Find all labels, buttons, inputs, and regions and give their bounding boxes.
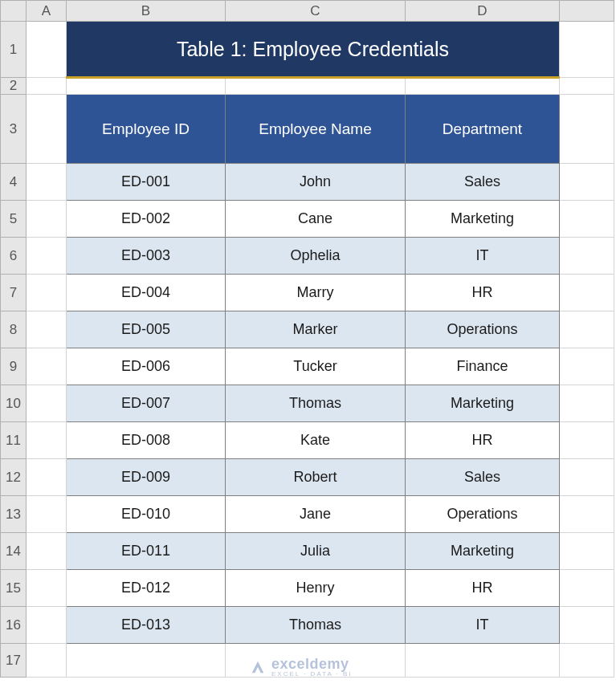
cell-A13[interactable] [27,496,67,533]
table-row[interactable]: HR [406,570,560,607]
table-row[interactable]: Thomas [226,607,406,644]
table-row[interactable]: Marker [226,311,406,348]
cell-E2[interactable] [560,78,614,95]
cell-E12[interactable] [560,459,614,496]
table-row[interactable]: ED-005 [67,311,226,348]
cell-A6[interactable] [27,238,67,275]
table-row[interactable]: Julia [226,533,406,570]
table-row[interactable]: ED-012 [67,570,226,607]
cell-E5[interactable] [560,201,614,238]
cell-A11[interactable] [27,422,67,459]
table-row[interactable]: IT [406,238,560,275]
table-row[interactable]: ED-007 [67,385,226,422]
table-row[interactable]: Marketing [406,385,560,422]
cell-A1[interactable] [27,22,67,78]
col-header-C[interactable]: C [226,1,406,22]
table-row[interactable]: Ophelia [226,238,406,275]
cell-D2[interactable] [406,78,560,95]
header-employee-name[interactable]: Employee Name [226,95,406,164]
row-header-12[interactable]: 12 [1,459,27,496]
row-header-13[interactable]: 13 [1,496,27,533]
cell-E6[interactable] [560,238,614,275]
table-row[interactable]: ED-001 [67,164,226,201]
cell-E4[interactable] [560,164,614,201]
row-header-2[interactable]: 2 [1,78,27,95]
table-row[interactable]: IT [406,607,560,644]
cell-A17[interactable] [27,644,67,678]
cell-A14[interactable] [27,533,67,570]
table-row[interactable]: Robert [226,459,406,496]
row-header-15[interactable]: 15 [1,570,27,607]
cell-C2[interactable] [226,78,406,95]
table-row[interactable]: Jane [226,496,406,533]
cell-A15[interactable] [27,570,67,607]
cell-E3[interactable] [560,95,614,164]
row-header-11[interactable]: 11 [1,422,27,459]
table-row[interactable]: Cane [226,201,406,238]
cell-A12[interactable] [27,459,67,496]
cell-E13[interactable] [560,496,614,533]
cell-A2[interactable] [27,78,67,95]
row-header-9[interactable]: 9 [1,348,27,385]
cell-A3[interactable] [27,95,67,164]
header-department[interactable]: Department [406,95,560,164]
row-header-8[interactable]: 8 [1,311,27,348]
row-header-3[interactable]: 3 [1,95,27,164]
cell-E17[interactable] [560,644,614,678]
row-header-6[interactable]: 6 [1,238,27,275]
table-row[interactable]: Tucker [226,348,406,385]
cell-D17[interactable] [406,644,560,678]
table-row[interactable]: ED-013 [67,607,226,644]
cell-A16[interactable] [27,607,67,644]
cell-E15[interactable] [560,570,614,607]
row-header-14[interactable]: 14 [1,533,27,570]
table-row[interactable]: Marketing [406,201,560,238]
cell-E9[interactable] [560,348,614,385]
col-header-A[interactable]: A [27,1,67,22]
table-row[interactable]: Operations [406,496,560,533]
row-header-4[interactable]: 4 [1,164,27,201]
table-row[interactable]: Thomas [226,385,406,422]
header-employee-id[interactable]: Employee ID [67,95,226,164]
spreadsheet-grid[interactable]: A B C D 1 Table 1: Employee Credentials … [0,0,614,678]
table-row[interactable]: ED-006 [67,348,226,385]
table-row[interactable]: ED-002 [67,201,226,238]
table-row[interactable]: Marketing [406,533,560,570]
table-row[interactable]: HR [406,275,560,311]
row-header-5[interactable]: 5 [1,201,27,238]
table-row[interactable]: ED-010 [67,496,226,533]
table-row[interactable]: Sales [406,459,560,496]
table-row[interactable]: Henry [226,570,406,607]
cell-A10[interactable] [27,385,67,422]
col-header-E[interactable] [560,1,614,22]
cell-A7[interactable] [27,275,67,311]
col-header-D[interactable]: D [406,1,560,22]
cell-E11[interactable] [560,422,614,459]
cell-E16[interactable] [560,607,614,644]
table-row[interactable]: Marry [226,275,406,311]
select-all-corner[interactable] [1,1,27,22]
table-row[interactable]: John [226,164,406,201]
cell-B17[interactable] [67,644,226,678]
table-row[interactable]: Operations [406,311,560,348]
cell-A9[interactable] [27,348,67,385]
cell-E10[interactable] [560,385,614,422]
cell-E7[interactable] [560,275,614,311]
cell-A8[interactable] [27,311,67,348]
table-row[interactable]: ED-003 [67,238,226,275]
row-header-16[interactable]: 16 [1,607,27,644]
cell-A5[interactable] [27,201,67,238]
row-header-17[interactable]: 17 [1,644,27,678]
row-header-7[interactable]: 7 [1,275,27,311]
cell-E1[interactable] [560,22,614,78]
table-row[interactable]: Sales [406,164,560,201]
cell-E14[interactable] [560,533,614,570]
table-row[interactable]: Finance [406,348,560,385]
table-row[interactable]: ED-011 [67,533,226,570]
cell-B2[interactable] [67,78,226,95]
cell-A4[interactable] [27,164,67,201]
title-cell[interactable]: Table 1: Employee Credentials [67,22,560,78]
table-row[interactable]: Kate [226,422,406,459]
table-row[interactable]: ED-004 [67,275,226,311]
row-header-1[interactable]: 1 [1,22,27,78]
